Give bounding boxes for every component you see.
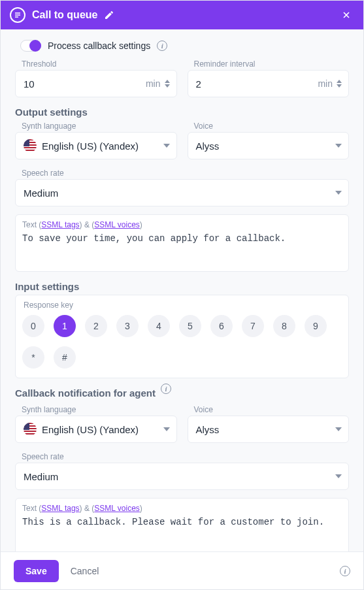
key-4[interactable]: 4 [148,315,170,337]
info-icon[interactable]: i [157,41,167,51]
flag-us-icon [24,139,37,152]
key-5[interactable]: 5 [179,315,201,337]
callback-voice-label: Voice [194,405,350,414]
callback-rate-value: Medium [24,471,335,482]
output-rate-value: Medium [24,188,335,199]
process-callback-label: Process callback settings [48,41,150,51]
ssml-voices-link[interactable]: SSML voices [94,504,140,513]
reminder-input[interactable]: 2 min [188,70,350,97]
key-8[interactable]: 8 [273,315,295,337]
queue-icon [10,7,25,23]
callback-text-hint: Text (SSML tags) & (SSML voices) [22,504,342,513]
callback-text-content[interactable]: This is a callback. Please wait for a cu… [22,517,342,548]
threshold-unit: min [146,78,161,89]
reminder-step-down[interactable] [337,84,342,88]
key-0[interactable]: 0 [22,315,44,337]
hint-text: ) & ( [80,220,95,229]
key-*[interactable]: * [22,346,44,369]
info-icon[interactable]: i [161,384,171,394]
callback-section-title: Callback notification for agent [15,387,156,399]
callback-synth-value: English (US) (Yandex) [42,424,163,435]
output-text-hint: Text (SSML tags) & (SSML voices) [22,220,342,229]
hint-text: ) [140,220,142,229]
panel-header: Call to queue [1,1,363,29]
threshold-step-down[interactable] [165,84,170,88]
output-synth-select[interactable]: English (US) (Yandex) [15,132,177,159]
response-key-box: Response key 0123456789*# [15,295,349,378]
cancel-button[interactable]: Cancel [71,566,99,576]
hint-text: ) & ( [80,504,95,513]
keypad: 0123456789*# [22,315,342,369]
output-voice-select[interactable]: Alyss [188,132,350,159]
key-9[interactable]: 9 [305,315,327,337]
threshold-input[interactable]: 10 min [15,70,177,97]
process-callback-row: Process callback settings i [20,40,349,52]
output-rate-select[interactable]: Medium [15,179,349,206]
key-7[interactable]: 7 [242,315,264,337]
key-3[interactable]: 3 [116,315,139,337]
key-1[interactable]: 1 [54,315,76,337]
toggle-knob [29,40,41,52]
callback-voice-select[interactable]: Alyss [188,416,350,443]
flag-us-icon [24,423,37,436]
callback-text-area[interactable]: Text (SSML tags) & (SSML voices) This is… [15,498,349,551]
output-text-area[interactable]: Text (SSML tags) & (SSML voices) To save… [15,214,349,272]
chevron-down-icon [335,427,342,431]
threshold-label: Threshold [22,59,177,69]
response-key-label: Response key [24,301,342,310]
panel-footer: Save Cancel i [1,551,363,589]
panel-title: Call to queue [32,9,97,21]
callback-voice-value: Alyss [196,424,336,435]
chevron-down-icon [163,427,170,431]
chevron-down-icon [163,144,170,148]
key-2[interactable]: 2 [85,315,107,337]
edit-title-button[interactable] [104,10,114,20]
output-rate-label: Speech rate [22,169,349,178]
hint-text: ) [140,504,142,513]
callback-synth-select[interactable]: English (US) (Yandex) [15,416,177,443]
output-section-title: Output settings [15,107,349,118]
process-callback-toggle[interactable] [20,40,41,52]
reminder-label: Reminder interval [194,59,350,69]
callback-rate-label: Speech rate [22,452,349,461]
output-synth-value: English (US) (Yandex) [42,140,163,152]
reminder-step-up[interactable] [337,80,342,83]
close-button[interactable] [339,7,354,23]
output-voice-label: Voice [194,122,350,131]
callback-synth-label: Synth language [22,405,177,414]
key-#[interactable]: # [54,346,76,369]
output-text-content[interactable]: To save your time, you can apply for a c… [22,233,342,265]
output-synth-label: Synth language [22,122,177,131]
hint-text: Text ( [22,220,41,229]
panel-body: Process callback settings i Threshold 10… [1,29,363,551]
ssml-tags-link[interactable]: SSML tags [41,220,79,229]
ssml-voices-link[interactable]: SSML voices [94,220,140,229]
chevron-down-icon [335,191,342,195]
hint-text: Text ( [22,504,41,513]
chevron-down-icon [335,144,342,148]
threshold-step-up[interactable] [165,80,170,83]
save-button[interactable]: Save [14,560,59,582]
reminder-value: 2 [196,78,318,90]
key-6[interactable]: 6 [210,315,233,337]
threshold-value: 10 [24,78,146,90]
reminder-unit: min [318,78,333,89]
input-section-title: Input settings [15,281,349,292]
callback-rate-select[interactable]: Medium [15,463,349,490]
info-icon[interactable]: i [340,566,350,576]
output-voice-value: Alyss [196,140,336,152]
ssml-tags-link[interactable]: SSML tags [41,504,79,513]
chevron-down-icon [335,474,342,478]
